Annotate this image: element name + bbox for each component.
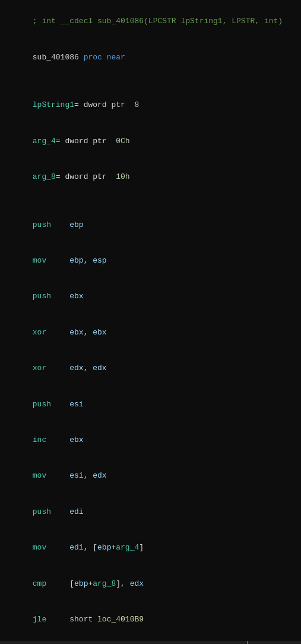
main-code-block: ; int __cdecl sub_401086(LPCSTR lpString… [0,0,301,641]
comment-line: ; int __cdecl sub_401086(LPCSTR lpString… [5,4,296,39]
proc-line: sub_401086 proc near [5,39,296,75]
arrow-connector-1 [0,641,301,644]
instr-push-ebp: push ebp [5,207,296,242]
comment-text: ; int __cdecl sub_401086(LPCSTR lpString… [33,17,283,26]
main-layout: ; int __cdecl sub_401086(LPCSTR lpString… [0,0,301,644]
connector-line-1 [247,641,248,644]
